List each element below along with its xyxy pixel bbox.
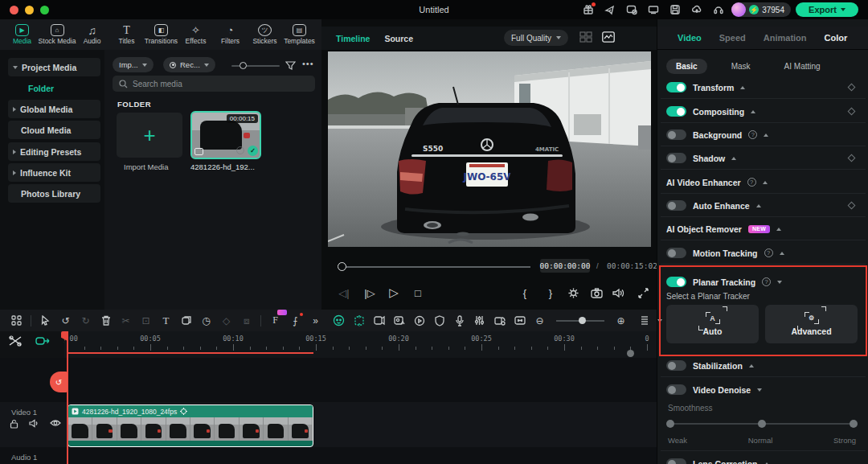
mark-in-icon[interactable]: { xyxy=(517,285,533,301)
collapse-caret-icon[interactable] xyxy=(740,86,745,89)
stabilization-toggle[interactable] xyxy=(666,360,686,371)
tab-animation[interactable]: Animation xyxy=(764,33,807,43)
keyframe-icon[interactable] xyxy=(848,84,856,92)
ai-text-icon[interactable]: F xyxy=(267,312,284,329)
sidebar-item-global-media[interactable]: Global Media xyxy=(8,100,100,118)
planar-tracking-toggle[interactable] xyxy=(666,277,686,287)
ai-copilot-icon[interactable] xyxy=(330,312,347,329)
lens-correction-toggle[interactable] xyxy=(666,458,686,464)
shadow-toggle[interactable] xyxy=(666,153,686,163)
video-denoise-toggle[interactable] xyxy=(666,384,686,395)
fullscreen-icon[interactable] xyxy=(635,285,651,301)
sidebar-item-photos-library[interactable]: Photos Library xyxy=(8,184,100,203)
media-clip-thumbnail[interactable]: 00:00:15 ✓ xyxy=(190,111,261,159)
previous-frame-icon[interactable]: ◁| xyxy=(336,285,352,301)
track-height-caret-icon[interactable] xyxy=(656,312,664,329)
tab-effects[interactable]: ✧Effects xyxy=(178,24,213,45)
timeline-clip[interactable]: 4281226-hd_1920_1080_24fps xyxy=(68,404,313,447)
planar-region-icon[interactable] xyxy=(350,312,367,329)
delete-icon[interactable] xyxy=(97,312,114,329)
slider-knob[interactable] xyxy=(240,62,247,69)
collapse-caret-icon[interactable] xyxy=(776,228,781,231)
import-dropdown[interactable]: Imp... xyxy=(113,57,154,72)
keyframe-icon[interactable] xyxy=(848,108,856,116)
sidebar-item-project-media[interactable]: Project Media xyxy=(8,58,100,76)
collapse-caret-icon[interactable] xyxy=(780,252,784,255)
quality-dropdown[interactable]: Full Quality xyxy=(504,30,568,46)
slider-knob[interactable] xyxy=(579,317,586,324)
sidebar-item-folder[interactable]: Folder xyxy=(8,79,100,97)
workspace-icon[interactable] xyxy=(8,312,25,329)
subtab-ai-matting[interactable]: AI Matting xyxy=(775,59,830,74)
sidebar-item-influence-kit[interactable]: Influence Kit xyxy=(8,163,100,182)
caret-right-icon[interactable] xyxy=(13,107,16,112)
motion-box-icon[interactable]: ⧈ xyxy=(238,312,255,329)
redo-icon[interactable]: ↻ xyxy=(77,312,94,329)
tab-timeline[interactable]: Timeline xyxy=(336,34,370,43)
tab-templates[interactable]: ▤Templates xyxy=(282,24,317,45)
render-preview-icon[interactable] xyxy=(411,312,428,329)
text-tool-icon[interactable]: T xyxy=(158,312,174,329)
zoom-out-icon[interactable]: ⊖ xyxy=(531,312,548,329)
subtab-mask[interactable]: Mask xyxy=(722,59,760,74)
video-viewport[interactable]: JWO-65V S550 4MATIC xyxy=(328,51,651,247)
seek-knob[interactable] xyxy=(338,262,346,271)
split-icon[interactable]: ✂ xyxy=(117,312,134,329)
multiview-icon[interactable] xyxy=(579,31,592,43)
hide-track-icon[interactable] xyxy=(50,419,61,427)
collapse-caret-icon[interactable] xyxy=(756,204,761,207)
save-icon[interactable] xyxy=(668,2,682,17)
gift-icon[interactable] xyxy=(581,2,596,17)
caret-down-icon[interactable] xyxy=(13,66,18,69)
sidebar-item-cloud-media[interactable]: Cloud Media xyxy=(8,121,100,139)
auto-reframe-icon[interactable] xyxy=(491,312,508,329)
keyframe-tool-icon[interactable]: ◇ xyxy=(218,312,235,329)
collapse-caret-icon[interactable] xyxy=(731,157,736,160)
info-icon[interactable]: ? xyxy=(762,277,771,286)
display-icon[interactable] xyxy=(646,2,661,17)
tab-titles[interactable]: TTitles xyxy=(109,24,144,45)
mute-track-icon[interactable] xyxy=(29,419,39,428)
compositing-toggle[interactable] xyxy=(666,106,686,117)
tab-stock-media[interactable]: ⌂Stock Media xyxy=(39,24,75,45)
zoom-in-icon[interactable]: ⊕ xyxy=(612,312,629,329)
collapse-caret-icon[interactable] xyxy=(751,110,755,113)
crop-icon[interactable]: ⊡ xyxy=(137,312,154,329)
share-clip-icon[interactable] xyxy=(391,312,407,329)
tab-audio[interactable]: ♫Audio xyxy=(75,24,109,45)
keyframe-icon[interactable] xyxy=(848,202,856,210)
planar-advanced-button[interactable]: ⚙ Advanced xyxy=(765,305,858,343)
keyframe-icon[interactable] xyxy=(848,154,856,162)
current-timecode[interactable]: 00:00:00:00 xyxy=(540,259,590,273)
timeline-scrollbar-knob[interactable] xyxy=(627,350,634,357)
smoothness-slider[interactable] xyxy=(668,423,856,425)
mixer-icon[interactable] xyxy=(471,312,488,329)
playhead-trim-handle[interactable]: ↺ xyxy=(50,372,68,392)
expand-caret-icon[interactable] xyxy=(757,388,762,392)
speed-icon[interactable]: ◷ xyxy=(198,312,215,329)
clip-export-icon[interactable] xyxy=(371,312,387,329)
search-input[interactable]: Search media xyxy=(113,76,315,92)
seek-bar[interactable] xyxy=(344,266,530,268)
mark-out-icon[interactable]: } xyxy=(542,285,559,301)
more-options-icon[interactable]: ••• xyxy=(302,59,314,68)
playhead[interactable]: ↺ xyxy=(67,331,68,464)
collapse-caret-icon[interactable] xyxy=(764,133,768,137)
tab-filters[interactable]: ◔Filters xyxy=(213,24,248,45)
caret-right-icon[interactable] xyxy=(13,170,16,175)
link-clips-icon[interactable] xyxy=(35,335,50,347)
more-tools-icon[interactable]: » xyxy=(307,312,324,329)
timeline-zoom-slider[interactable] xyxy=(556,320,604,322)
slider-stop-strong[interactable] xyxy=(850,420,858,428)
slider-stop-weak[interactable] xyxy=(666,420,674,428)
support-icon[interactable] xyxy=(711,2,726,17)
recent-dropdown[interactable]: Rec... xyxy=(163,57,215,72)
preview-settings-icon[interactable] xyxy=(565,285,581,301)
play-icon[interactable]: ▷ xyxy=(386,285,402,301)
info-icon[interactable]: ? xyxy=(764,248,773,257)
unlink-icon[interactable] xyxy=(8,335,23,347)
timeline-ruler[interactable]: 00:0000:0500:1000:1500:2000:2500:300 xyxy=(64,331,657,358)
volume-icon[interactable] xyxy=(611,285,627,301)
caret-right-icon[interactable] xyxy=(13,150,16,154)
account-credits[interactable]: ⚡ 37954 xyxy=(731,2,791,17)
